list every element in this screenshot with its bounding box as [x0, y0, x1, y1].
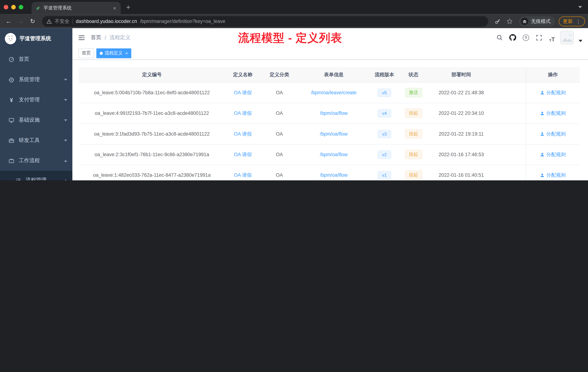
sidebar-item-infrastructure[interactable]: 基础设施 [0, 110, 72, 130]
close-window-button[interactable] [4, 5, 8, 10]
sidebar-item-label: 系统管理 [19, 76, 40, 83]
zoom-window-button[interactable] [19, 5, 23, 10]
github-icon[interactable] [508, 33, 518, 42]
forward-button[interactable]: → [15, 16, 26, 27]
definition-category: OA [261, 124, 298, 144]
col-status: 状态 [399, 67, 428, 82]
sidebar-item-process-management[interactable]: 流程管理 [0, 171, 72, 180]
deploy-time: 2022-01-22 20:34:10 [428, 103, 495, 123]
deploy-time: 2022-01-16 17:46:53 [428, 144, 495, 165]
col-definition-category: 定义分类 [261, 67, 298, 82]
assign-rule-link[interactable]: 分配规则 [540, 110, 566, 117]
assign-rule-link[interactable]: 分配规则 [540, 151, 566, 158]
incognito-icon [521, 17, 528, 25]
status-badge: 挂起 [405, 170, 422, 180]
chevron-up-icon [64, 179, 67, 180]
col-definition-id: 定义编号 [79, 67, 225, 82]
update-label: 更新 [563, 18, 573, 25]
version-tag: v5 [378, 88, 391, 97]
tag-process-definition[interactable]: 流程定义 × [96, 48, 131, 58]
table-header-row: 定义编号 定义名称 定义分类 表单信息 流程版本 状态 部署时间 操作 [79, 67, 580, 82]
gear-icon [8, 77, 15, 82]
chrome-update-button[interactable]: 更新 ⋮ [559, 16, 585, 26]
definition-name-link[interactable]: OA 请假 [234, 131, 252, 136]
spacer-cell [495, 103, 526, 123]
version-tag: v4 [378, 109, 391, 117]
avatar[interactable] [560, 31, 574, 44]
table-row: oa_leave:1:482ec033-762a-11ec-8477-a2380… [79, 165, 580, 180]
omnibox-divider [72, 18, 73, 24]
search-icon[interactable] [494, 33, 504, 42]
form-link[interactable]: /bpm/oa/flow [320, 172, 348, 178]
incognito-label: 无痕模式 [531, 18, 551, 25]
definition-id: oa_leave:3:1fad3d93-7b75-11ec-a3c8-acde4… [79, 124, 225, 144]
tab-close-icon[interactable]: × [112, 5, 117, 11]
tag-close-icon[interactable]: × [125, 51, 128, 55]
form-link[interactable]: /bpm/oa/flow [320, 131, 348, 137]
back-button[interactable]: ← [3, 16, 14, 27]
col-definition-name: 定义名称 [225, 67, 261, 82]
assign-rule-link[interactable]: 分配规则 [540, 172, 566, 178]
definition-name-link[interactable]: OA 请假 [234, 89, 252, 95]
chevron-down-icon [64, 99, 67, 101]
definition-category: OA [261, 82, 298, 103]
monitor-icon [8, 117, 15, 123]
fullscreen-icon[interactable] [534, 33, 544, 42]
reload-button[interactable]: ↻ [27, 16, 38, 27]
sidebar-item-home[interactable]: 首页 [0, 49, 72, 69]
url-path: /bpm/manager/definition?key=oa_leave [140, 18, 225, 24]
form-link[interactable]: /bpm/oa/leave/create [311, 90, 356, 95]
font-size-icon[interactable]: TT [547, 33, 557, 42]
main-area: 首页 / 流程定义 流程模型 - 定义列表 ? [72, 28, 588, 180]
assign-rule-link[interactable]: 分配规则 [540, 89, 566, 96]
assign-rule-link[interactable]: 分配规则 [540, 131, 566, 137]
definition-name-link[interactable]: OA 请假 [234, 110, 252, 116]
help-icon[interactable]: ? [521, 33, 531, 42]
incognito-profile-chip[interactable]: 无痕模式 [519, 16, 555, 27]
dashboard-icon [8, 56, 15, 62]
sidebar-item-system[interactable]: 系统管理 [0, 69, 72, 90]
breadcrumb-home[interactable]: 首页 [91, 34, 101, 41]
form-link[interactable]: /bpm/oa/flow [320, 110, 348, 116]
sidebar-logo-row[interactable]: 芋道管理系统 [0, 28, 72, 49]
definition-category: OA [261, 144, 298, 165]
breadcrumb-current: 流程定义 [109, 34, 131, 41]
toolbox-icon [8, 138, 15, 143]
definition-name-link[interactable]: OA 请假 [234, 152, 252, 157]
spacer-cell [495, 144, 526, 165]
chevron-down-icon [64, 119, 67, 121]
sidebar-item-label: 基础设施 [19, 117, 40, 123]
col-process-version: 流程版本 [369, 67, 399, 82]
sidebar-item-label: 研发工具 [19, 137, 40, 144]
form-link[interactable]: /bpm/oa/flow [320, 152, 348, 157]
security-label: 不安全 [55, 18, 69, 25]
definition-category: OA [261, 165, 298, 180]
address-bar[interactable]: 不安全 dashboard.yudao.iocoder.cn /bpm/mana… [42, 16, 488, 27]
tag-home[interactable]: 首页 [78, 48, 94, 58]
tab-search-chevron-icon[interactable] [578, 6, 582, 8]
tags-bar: 首页 流程定义 × [72, 47, 588, 60]
tag-label: 流程定义 [105, 50, 123, 56]
briefcase-icon [8, 158, 15, 164]
version-tag: v1 [378, 171, 391, 179]
sidebar-item-payment[interactable]: ¥ 支付管理 [0, 90, 72, 110]
sidebar-item-label: 支付管理 [19, 97, 40, 103]
hamburger-icon[interactable] [78, 34, 85, 41]
sidebar-item-label: 首页 [19, 56, 29, 63]
deploy-time: 2022-01-16 01:40:51 [428, 165, 495, 180]
password-key-icon[interactable] [492, 16, 503, 27]
new-tab-button[interactable]: + [123, 2, 134, 12]
bookmark-star-icon[interactable] [504, 16, 515, 27]
sidebar-item-devtools[interactable]: 研发工具 [0, 130, 72, 151]
minimize-window-button[interactable] [11, 5, 16, 10]
browser-menu-icon[interactable]: ⋮ [576, 18, 581, 24]
chevron-up-icon [64, 160, 67, 162]
breadcrumb: 首页 / 流程定义 [91, 34, 130, 41]
avatar-caret-icon[interactable] [578, 40, 582, 42]
process-definition-table: 定义编号 定义名称 定义分类 表单信息 流程版本 状态 部署时间 操作 [79, 67, 580, 180]
browser-tab[interactable]: 芋道管理系统 × [32, 2, 121, 14]
spacer-cell [495, 165, 526, 180]
url-host: dashboard.yudao.iocoder.cn [76, 18, 137, 24]
definition-name-link[interactable]: OA 请假 [234, 172, 252, 178]
sidebar-item-workflow[interactable]: 工作流程 [0, 151, 72, 171]
